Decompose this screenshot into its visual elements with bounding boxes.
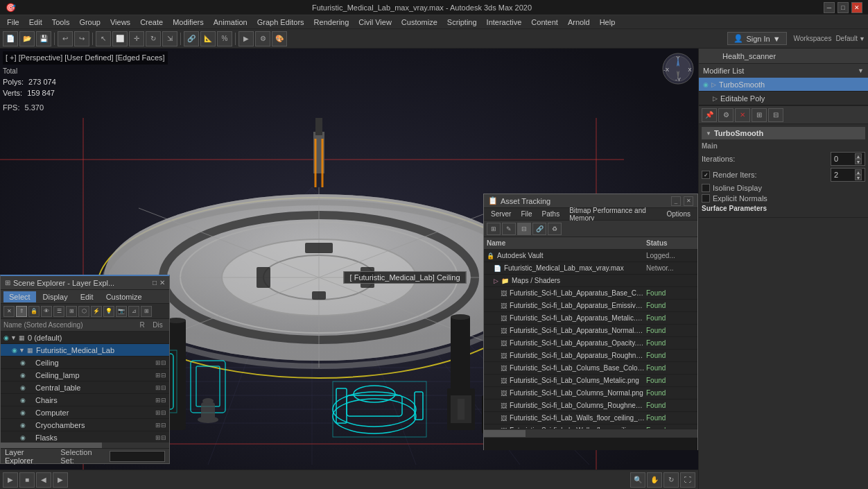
- vp-pan-button[interactable]: ✋: [647, 472, 662, 488]
- tree-item-cryochambers[interactable]: ◉ Cryochambers ⊞⊟: [1, 419, 169, 431]
- at-tool-1[interactable]: ⊞: [487, 223, 501, 235]
- tree-item-default[interactable]: ◉ ▼ ▦ 0 (default): [1, 332, 169, 344]
- tree-item-futuristic-lab[interactable]: ◉ ▼ ▦ Futuristic_Medical_Lab: [1, 344, 169, 357]
- se-tab-edit[interactable]: Edit: [75, 291, 99, 302]
- move-button[interactable]: ✛: [129, 31, 144, 46]
- se-filter-btn-1[interactable]: ✕: [3, 306, 15, 317]
- signin-button[interactable]: 👤 Sign In ▼: [727, 32, 786, 45]
- save-button[interactable]: 💾: [36, 31, 51, 46]
- scene-explorer-close-button[interactable]: ✕: [159, 279, 165, 286]
- scene-explorer-tree[interactable]: ◉ ▼ ▦ 0 (default) ◉ ▼ ▦ Futuristic_Medic…: [1, 332, 169, 443]
- menu-file[interactable]: File: [3, 17, 24, 28]
- open-button[interactable]: 📂: [19, 31, 35, 46]
- mod-tool-pin[interactable]: 📌: [702, 108, 717, 122]
- at-item-tex-2[interactable]: 🖼 Futuristic_Sci-fi_Lab_Apparatus_Emissi…: [484, 300, 697, 312]
- menu-create[interactable]: Create: [136, 17, 167, 28]
- mod-tool-configure[interactable]: ⚙: [718, 108, 734, 122]
- at-item-tex-4[interactable]: 🖼 Futuristic_Sci-fi_Lab_Apparatus_Normal…: [484, 325, 697, 337]
- isoline-checkbox[interactable]: [702, 184, 710, 192]
- se-filter-btn-4[interactable]: 👁: [41, 306, 52, 317]
- se-selection-set-input[interactable]: [110, 451, 165, 462]
- menu-animation[interactable]: Animation: [209, 17, 252, 28]
- percent-snap-button[interactable]: %: [217, 31, 232, 46]
- undo-button[interactable]: ↩: [58, 31, 73, 46]
- workspace-dropdown-icon[interactable]: ▼: [859, 35, 865, 42]
- asset-tracking-list[interactable]: 🔒 Autodesk Vault Logged... 📄 Futuristic_…: [484, 250, 697, 429]
- at-item-tex-8[interactable]: 🖼 Futuristic_Sci-fi_Lab_Colums_Metalic.p…: [484, 375, 697, 387]
- snap-button[interactable]: 🔗: [184, 31, 199, 46]
- se-filter-btn-9[interactable]: 💡: [103, 306, 114, 317]
- se-filter-btn-8[interactable]: ⚡: [91, 306, 102, 317]
- vp-zoom-button[interactable]: 🔍: [630, 472, 645, 488]
- at-menu-paths[interactable]: Paths: [538, 209, 564, 218]
- at-item-tex-3[interactable]: 🖼 Futuristic_Sci-fi_Lab_Apparatus_Metali…: [484, 312, 697, 325]
- se-tab-customize[interactable]: Customize: [101, 291, 148, 302]
- iterations-up[interactable]: ▲: [855, 153, 862, 159]
- se-filter-btn-6[interactable]: ⊞: [66, 306, 77, 317]
- at-menu-options[interactable]: Options: [663, 209, 695, 218]
- at-tool-5[interactable]: ♻: [548, 223, 562, 235]
- tree-item-central-table[interactable]: ◉ Central_table ⊞⊟: [1, 381, 169, 394]
- mod-tool-delete[interactable]: ✕: [735, 108, 750, 122]
- se-scrollbar[interactable]: [1, 443, 169, 448]
- render-iters-down[interactable]: ▼: [855, 175, 862, 180]
- render-iters-up[interactable]: ▲: [855, 169, 862, 175]
- rotate-button[interactable]: ↻: [146, 31, 161, 46]
- new-button[interactable]: 📄: [3, 31, 18, 46]
- at-item-tex-10[interactable]: 🖼 Futuristic_Sci-fi_Lab_Columns_Roughnes…: [484, 400, 697, 412]
- tree-item-chairs[interactable]: ◉ Chairs ⊞⊟: [1, 394, 169, 406]
- tree-item-ceiling[interactable]: ◉ Ceiling ⊞⊟: [1, 357, 169, 369]
- modifier-dropdown-icon[interactable]: ▼: [858, 67, 864, 74]
- vp-next-frame-button[interactable]: ▶: [53, 472, 68, 488]
- scene-explorer-titlebar[interactable]: ⊞ Scene Explorer - Layer Expl... □ ✕: [1, 276, 169, 290]
- at-minimize-button[interactable]: _: [671, 196, 681, 206]
- at-item-tex-1[interactable]: 🖼 Futuristic_Sci-fi_Lab_Apparatus_Base_C…: [484, 287, 697, 300]
- modifier-expand-editable-poly[interactable]: ▷: [713, 95, 718, 102]
- at-close-button[interactable]: ✕: [684, 196, 693, 206]
- modifier-item-editable-poly[interactable]: ▷ Editable Poly: [699, 92, 868, 105]
- at-item-max-file[interactable]: 📄 Futuristic_Medical_Lab_max_vray.max Ne…: [484, 262, 697, 275]
- se-filter-btn-7[interactable]: ⬡: [78, 306, 89, 317]
- menu-rendering[interactable]: Rendering: [310, 17, 354, 28]
- minimize-button[interactable]: ─: [824, 2, 835, 13]
- at-item-tex-6[interactable]: 🖼 Futuristic_Sci-fi_Lab_Apparatus_Roughn…: [484, 350, 697, 362]
- close-button[interactable]: ✕: [851, 2, 862, 13]
- tree-item-flasks[interactable]: ◉ Flasks ⊞⊟: [1, 431, 169, 443]
- tree-item-computer[interactable]: ◉ Computer ⊞⊟: [1, 406, 169, 419]
- se-filter-btn-10[interactable]: 📷: [116, 306, 127, 317]
- vp-orbit-button[interactable]: ↻: [663, 472, 679, 488]
- at-item-tex-7[interactable]: 🖼 Futuristic_Sci-fi_Lab_Colums_Base_Colo…: [484, 362, 697, 375]
- menu-content[interactable]: Content: [527, 17, 562, 28]
- se-tab-select[interactable]: Select: [3, 291, 36, 302]
- menu-arnold[interactable]: Arnold: [564, 17, 594, 28]
- material-editor-button[interactable]: 🎨: [272, 31, 287, 46]
- vp-maximize-button[interactable]: ⛶: [680, 472, 695, 488]
- at-tool-2[interactable]: ✎: [502, 223, 516, 235]
- asset-tracking-scrollbar-thumb[interactable]: [484, 430, 526, 437]
- at-item-vault[interactable]: 🔒 Autodesk Vault Logged...: [484, 250, 697, 262]
- iterations-down[interactable]: ▼: [855, 159, 862, 164]
- se-filter-btn-2[interactable]: ⇑: [16, 306, 27, 317]
- menu-help[interactable]: Help: [596, 17, 620, 28]
- modifier-item-turbosmooth[interactable]: ◉ ▷ TurboSmooth: [699, 78, 868, 92]
- render-iters-checkbox[interactable]: ✓: [702, 171, 710, 179]
- at-item-tex-11[interactable]: 🖼 Futuristic_Sci-fi_Lab_Walls_floor_ceil…: [484, 412, 697, 424]
- explicit-normals-checkbox[interactable]: [702, 194, 710, 203]
- menu-tools[interactable]: Tools: [48, 17, 74, 28]
- at-tool-3[interactable]: ⊟: [517, 223, 531, 235]
- menu-scripting[interactable]: Scripting: [443, 17, 481, 28]
- se-filter-btn-12[interactable]: ⊞: [141, 306, 152, 317]
- select-button[interactable]: ↖: [96, 31, 111, 46]
- tree-item-ceiling-lamp[interactable]: ◉ Ceiling_lamp ⊞⊟: [1, 369, 169, 381]
- menu-civil-view[interactable]: Civil View: [354, 17, 395, 28]
- se-scrollbar-thumb[interactable]: [1, 443, 102, 448]
- modifier-expand-turbosmooth[interactable]: ▷: [711, 81, 716, 88]
- at-menu-file[interactable]: File: [517, 209, 536, 218]
- mod-tool-copy[interactable]: ⊞: [752, 108, 767, 122]
- mod-tool-paste[interactable]: ⊟: [768, 108, 783, 122]
- menu-customize[interactable]: Customize: [397, 17, 442, 28]
- render-button[interactable]: ▶: [238, 31, 254, 46]
- expand-icon-lab[interactable]: ▼: [19, 347, 26, 354]
- at-item-tex-5[interactable]: 🖼 Futuristic_Sci-fi_Lab_Apparatus_Opacit…: [484, 337, 697, 350]
- vp-stop-button[interactable]: ■: [19, 472, 35, 488]
